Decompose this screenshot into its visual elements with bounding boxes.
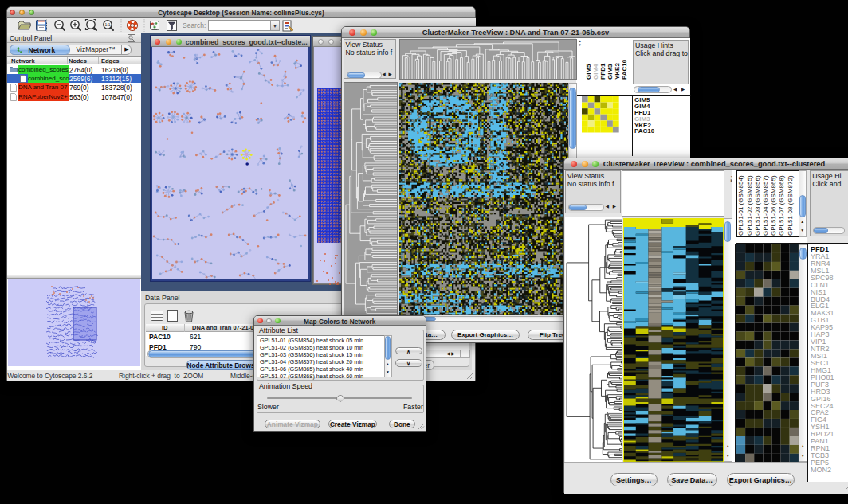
svg-text:1:1: 1:1 [105,22,111,27]
svg-text:Search:: Search: [183,21,206,29]
